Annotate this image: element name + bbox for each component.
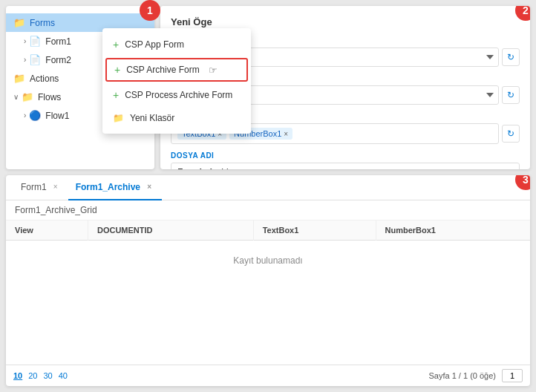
tree-panel: 1 📁 Forms › 📄 Form1 › 📄 Form2 📁 Actions … <box>6 6 154 169</box>
flow1-icon: 🔵 <box>29 110 41 121</box>
panel2-title: Yeni Öge <box>171 16 520 27</box>
dosyaadi-group: DOSYA ADI <box>171 151 520 169</box>
forms-folder-icon: 📁 <box>13 17 25 28</box>
grid-panel: 3 Form1 × Form1_Archive × Form1_Archive_… <box>6 175 530 386</box>
col-view: View <box>6 220 88 241</box>
menu-csp-app-form[interactable]: + CSP App Form <box>102 33 251 56</box>
flows-icon: 📁 <box>22 91 33 102</box>
flow1-label: Flow1 <box>45 111 69 121</box>
form2-label: Form2 <box>45 55 71 65</box>
form-refresh-btn[interactable]: ↻ <box>502 86 520 104</box>
grid-empty-row: Kayıt bulunamadı <box>6 241 530 281</box>
menu-item-3-label: CSP Process Archive Form <box>125 90 232 100</box>
dosyaadi-label: DOSYA ADI <box>171 151 520 160</box>
page-size-40[interactable]: 40 <box>59 371 68 380</box>
page-info: Sayfa 1 / 1 (0 öğe) <box>429 371 497 380</box>
page-sizes: 10 20 30 40 <box>13 371 68 380</box>
chevron-icon: › <box>24 37 26 45</box>
col-textbox1: TextBox1 <box>253 220 376 241</box>
menu-csp-archive-form[interactable]: + CSP Archive Form ☞ <box>105 58 248 82</box>
menu-yeni-klasor[interactable]: 📁 Yeni Klasör <box>102 107 251 129</box>
badge-1: 1 <box>140 0 160 21</box>
dosyaadi-input[interactable] <box>171 163 520 169</box>
form1-icon: 📄 <box>29 36 41 47</box>
tab-form1-archive[interactable]: Form1_Archive × <box>68 175 162 200</box>
grid-header-row: View DOCUMENTID TextBox1 NumberBox1 <box>6 220 530 241</box>
pagination: Sayfa 1 / 1 (0 öğe) <box>429 369 523 382</box>
alanlar-refresh-btn[interactable]: ↻ <box>502 125 520 143</box>
cursor-icon: ☞ <box>209 65 218 76</box>
tab-form1-archive-label: Form1_Archive <box>76 182 140 192</box>
plus-icon-3: + <box>113 89 119 101</box>
col-documentid: DOCUMENTID <box>88 220 253 241</box>
context-menu: + CSP App Form + CSP Archive Form ☞ + CS… <box>102 28 251 134</box>
grid-empty-msg: Kayıt bulunamadı <box>6 241 530 281</box>
actions-label: Actions <box>30 74 59 84</box>
grid-content: View DOCUMENTID TextBox1 NumberBox1 Kayı… <box>6 220 530 365</box>
page-size-10[interactable]: 10 <box>13 371 22 380</box>
plus-icon-2: + <box>114 64 120 76</box>
baglanti-refresh-btn[interactable]: ↻ <box>502 48 520 66</box>
form1-label: Form1 <box>45 36 71 47</box>
page-number-input[interactable] <box>502 369 523 382</box>
grid-table: View DOCUMENTID TextBox1 NumberBox1 Kayı… <box>6 220 530 281</box>
tab-form1-label: Form1 <box>21 182 47 192</box>
col-numberbox1: NumberBox1 <box>376 220 530 241</box>
grid-footer: 10 20 30 40 Sayfa 1 / 1 (0 öğe) <box>6 365 530 386</box>
tab-form1[interactable]: Form1 × <box>13 175 68 200</box>
form2-icon: 📄 <box>29 54 41 65</box>
tab-form1-archive-close[interactable]: × <box>144 182 154 192</box>
actions-icon: 📁 <box>13 73 25 84</box>
tag-numberbox1-close[interactable]: × <box>284 130 288 138</box>
menu-csp-process-archive[interactable]: + CSP Process Archive Form <box>102 83 251 107</box>
flows-label: Flows <box>38 92 61 102</box>
page-size-30[interactable]: 30 <box>44 371 53 380</box>
flows-chevron: ∨ <box>13 93 19 101</box>
menu-item-1-label: CSP App Form <box>125 39 184 50</box>
flow1-chevron: › <box>24 111 26 120</box>
chevron-icon-2: › <box>24 56 26 64</box>
plus-icon-1: + <box>113 39 119 50</box>
menu-item-4-label: Yeni Klasör <box>130 113 174 123</box>
tab-form1-close[interactable]: × <box>50 182 61 192</box>
forms-label: Forms <box>30 18 55 28</box>
folder-icon-menu: 📁 <box>113 113 124 123</box>
grid-tabs: Form1 × Form1_Archive × <box>6 175 530 200</box>
menu-item-2-label: CSP Archive Form <box>126 65 199 75</box>
page-size-20[interactable]: 20 <box>28 371 37 380</box>
grid-title: Form1_Archive_Grid <box>6 200 530 220</box>
